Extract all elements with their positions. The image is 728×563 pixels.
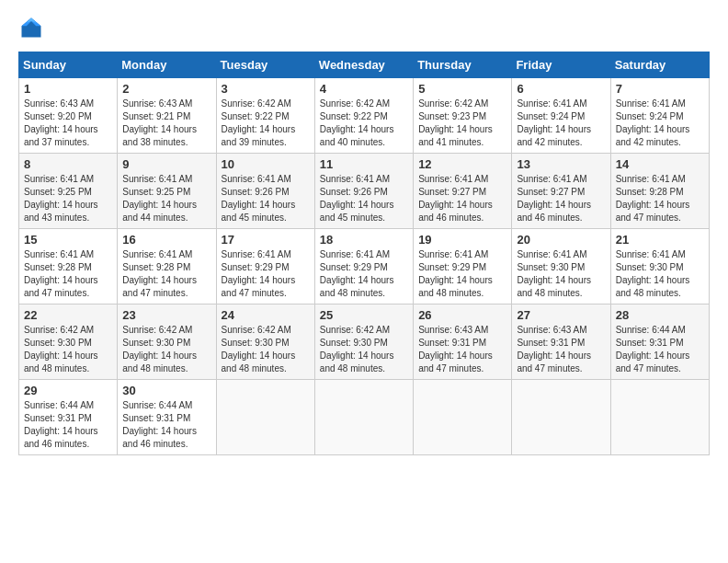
calendar-week-2: 8Sunrise: 6:41 AM Sunset: 9:25 PM Daylig… (19, 154, 710, 229)
day-number: 17 (222, 233, 310, 247)
calendar-cell: 29Sunrise: 6:44 AM Sunset: 9:31 PM Dayli… (19, 380, 118, 455)
calendar-cell: 4Sunrise: 6:42 AM Sunset: 9:22 PM Daylig… (314, 78, 413, 154)
day-number: 25 (320, 308, 408, 322)
calendar-cell (610, 380, 709, 455)
day-number: 28 (616, 308, 704, 322)
day-info: Sunrise: 6:41 AM Sunset: 9:28 PM Dayligh… (616, 173, 704, 224)
day-number: 12 (418, 157, 506, 171)
day-info: Sunrise: 6:44 AM Sunset: 9:31 PM Dayligh… (616, 324, 704, 375)
day-number: 9 (122, 157, 210, 171)
day-number: 10 (222, 157, 310, 171)
calendar-cell (512, 380, 610, 455)
calendar-cell: 27Sunrise: 6:43 AM Sunset: 9:31 PM Dayli… (512, 304, 610, 380)
calendar-cell: 23Sunrise: 6:42 AM Sunset: 9:30 PM Dayli… (118, 304, 216, 380)
calendar-cell: 28Sunrise: 6:44 AM Sunset: 9:31 PM Dayli… (610, 304, 709, 380)
calendar-cell: 18Sunrise: 6:41 AM Sunset: 9:29 PM Dayli… (314, 229, 413, 304)
calendar-table: SundayMondayTuesdayWednesdayThursdayFrid… (18, 52, 710, 455)
day-info: Sunrise: 6:43 AM Sunset: 9:31 PM Dayligh… (418, 324, 506, 375)
day-number: 30 (122, 384, 210, 397)
calendar-header-tuesday: Tuesday (216, 52, 314, 78)
calendar-cell: 16Sunrise: 6:41 AM Sunset: 9:28 PM Dayli… (118, 229, 216, 304)
calendar-week-3: 15Sunrise: 6:41 AM Sunset: 9:28 PM Dayli… (19, 229, 710, 304)
day-number: 26 (418, 308, 506, 322)
calendar-cell (414, 380, 512, 455)
calendar-cell: 12Sunrise: 6:41 AM Sunset: 9:27 PM Dayli… (414, 154, 512, 229)
day-info: Sunrise: 6:42 AM Sunset: 9:22 PM Dayligh… (222, 98, 310, 149)
day-info: Sunrise: 6:42 AM Sunset: 9:23 PM Dayligh… (418, 98, 506, 149)
calendar-header-thursday: Thursday (414, 52, 512, 78)
day-number: 20 (517, 233, 605, 247)
day-info: Sunrise: 6:43 AM Sunset: 9:21 PM Dayligh… (122, 98, 210, 149)
day-number: 15 (24, 233, 112, 247)
day-info: Sunrise: 6:41 AM Sunset: 9:24 PM Dayligh… (616, 98, 704, 149)
day-number: 3 (222, 82, 310, 96)
day-number: 16 (122, 233, 210, 247)
day-number: 14 (616, 157, 704, 171)
day-info: Sunrise: 6:41 AM Sunset: 9:26 PM Dayligh… (222, 173, 310, 224)
day-number: 22 (24, 308, 112, 322)
day-info: Sunrise: 6:44 AM Sunset: 9:31 PM Dayligh… (24, 399, 112, 451)
calendar-header-saturday: Saturday (610, 52, 709, 78)
calendar-week-4: 22Sunrise: 6:42 AM Sunset: 9:30 PM Dayli… (19, 304, 710, 380)
calendar-cell: 7Sunrise: 6:41 AM Sunset: 9:24 PM Daylig… (610, 78, 709, 154)
logo (18, 15, 48, 40)
day-number: 4 (320, 82, 408, 96)
day-number: 18 (320, 233, 408, 247)
day-info: Sunrise: 6:41 AM Sunset: 9:27 PM Dayligh… (418, 173, 506, 224)
day-number: 19 (418, 233, 506, 247)
calendar-cell: 8Sunrise: 6:41 AM Sunset: 9:25 PM Daylig… (19, 154, 118, 229)
calendar-cell: 9Sunrise: 6:41 AM Sunset: 9:25 PM Daylig… (118, 154, 216, 229)
calendar-cell: 14Sunrise: 6:41 AM Sunset: 9:28 PM Dayli… (610, 154, 709, 229)
calendar-cell: 15Sunrise: 6:41 AM Sunset: 9:28 PM Dayli… (19, 229, 118, 304)
calendar-cell: 10Sunrise: 6:41 AM Sunset: 9:26 PM Dayli… (216, 154, 314, 229)
day-info: Sunrise: 6:41 AM Sunset: 9:25 PM Dayligh… (122, 173, 210, 224)
calendar-cell: 3Sunrise: 6:42 AM Sunset: 9:22 PM Daylig… (216, 78, 314, 154)
day-info: Sunrise: 6:43 AM Sunset: 9:31 PM Dayligh… (517, 324, 605, 375)
day-info: Sunrise: 6:41 AM Sunset: 9:29 PM Dayligh… (418, 248, 506, 300)
calendar-cell: 5Sunrise: 6:42 AM Sunset: 9:23 PM Daylig… (414, 78, 512, 154)
day-number: 6 (517, 82, 605, 96)
calendar-cell: 20Sunrise: 6:41 AM Sunset: 9:30 PM Dayli… (512, 229, 610, 304)
calendar-cell: 24Sunrise: 6:42 AM Sunset: 9:30 PM Dayli… (216, 304, 314, 380)
logo-icon (18, 15, 44, 40)
calendar-week-1: 1Sunrise: 6:43 AM Sunset: 9:20 PM Daylig… (19, 78, 710, 154)
day-info: Sunrise: 6:44 AM Sunset: 9:31 PM Dayligh… (122, 399, 210, 451)
calendar-cell (216, 380, 314, 455)
calendar-cell: 6Sunrise: 6:41 AM Sunset: 9:24 PM Daylig… (512, 78, 610, 154)
calendar-cell: 21Sunrise: 6:41 AM Sunset: 9:30 PM Dayli… (610, 229, 709, 304)
day-info: Sunrise: 6:41 AM Sunset: 9:28 PM Dayligh… (24, 248, 112, 300)
calendar-cell: 25Sunrise: 6:42 AM Sunset: 9:30 PM Dayli… (314, 304, 413, 380)
calendar-cell: 19Sunrise: 6:41 AM Sunset: 9:29 PM Dayli… (414, 229, 512, 304)
calendar-cell: 30Sunrise: 6:44 AM Sunset: 9:31 PM Dayli… (118, 380, 216, 455)
calendar-cell: 17Sunrise: 6:41 AM Sunset: 9:29 PM Dayli… (216, 229, 314, 304)
calendar-cell (314, 380, 413, 455)
day-number: 1 (24, 82, 112, 96)
calendar-header-row: SundayMondayTuesdayWednesdayThursdayFrid… (19, 52, 710, 78)
day-number: 29 (24, 384, 112, 397)
day-info: Sunrise: 6:41 AM Sunset: 9:30 PM Dayligh… (616, 248, 704, 300)
day-number: 21 (616, 233, 704, 247)
day-info: Sunrise: 6:41 AM Sunset: 9:26 PM Dayligh… (320, 173, 408, 224)
calendar-cell: 26Sunrise: 6:43 AM Sunset: 9:31 PM Dayli… (414, 304, 512, 380)
day-number: 23 (122, 308, 210, 322)
day-info: Sunrise: 6:41 AM Sunset: 9:24 PM Dayligh… (517, 98, 605, 149)
day-info: Sunrise: 6:41 AM Sunset: 9:25 PM Dayligh… (24, 173, 112, 224)
day-number: 11 (320, 157, 408, 171)
calendar-cell: 11Sunrise: 6:41 AM Sunset: 9:26 PM Dayli… (314, 154, 413, 229)
calendar-cell: 13Sunrise: 6:41 AM Sunset: 9:27 PM Dayli… (512, 154, 610, 229)
calendar-header-monday: Monday (118, 52, 216, 78)
day-number: 24 (222, 308, 310, 322)
calendar-header-sunday: Sunday (19, 52, 118, 78)
day-info: Sunrise: 6:41 AM Sunset: 9:29 PM Dayligh… (320, 248, 408, 300)
day-number: 5 (418, 82, 506, 96)
day-info: Sunrise: 6:43 AM Sunset: 9:20 PM Dayligh… (24, 98, 112, 149)
calendar-cell: 22Sunrise: 6:42 AM Sunset: 9:30 PM Dayli… (19, 304, 118, 380)
day-info: Sunrise: 6:42 AM Sunset: 9:30 PM Dayligh… (122, 324, 210, 375)
day-number: 13 (517, 157, 605, 171)
day-info: Sunrise: 6:41 AM Sunset: 9:30 PM Dayligh… (517, 248, 605, 300)
calendar-cell: 1Sunrise: 6:43 AM Sunset: 9:20 PM Daylig… (19, 78, 118, 154)
day-info: Sunrise: 6:42 AM Sunset: 9:30 PM Dayligh… (222, 324, 310, 375)
day-info: Sunrise: 6:42 AM Sunset: 9:30 PM Dayligh… (320, 324, 408, 375)
header (18, 15, 710, 40)
day-info: Sunrise: 6:41 AM Sunset: 9:28 PM Dayligh… (122, 248, 210, 300)
